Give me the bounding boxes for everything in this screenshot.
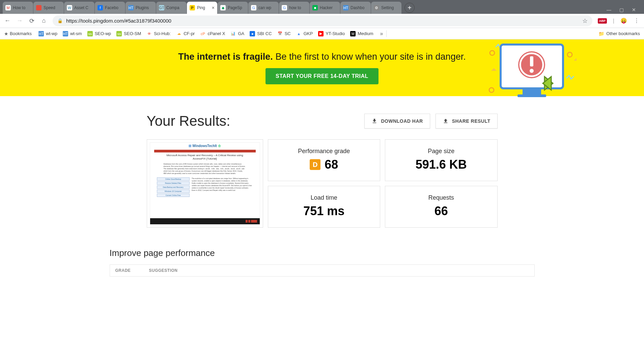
svg-marker-3	[574, 58, 577, 61]
bookmark-label: cPanel X	[207, 31, 225, 36]
bookmark-item[interactable]: cPcPanel X	[197, 30, 228, 38]
browser-tab[interactable]: Ghow to	[279, 2, 309, 14]
bookmark-star-icon[interactable]: ☆	[582, 17, 588, 25]
browser-tabs-bar: MHow toSpeedWAsset CfFaceboHTPluginsGTCo…	[0, 0, 644, 14]
bookmark-favicon: 👁	[146, 31, 152, 36]
bookmark-favicon: HT	[38, 31, 44, 36]
bookmark-item[interactable]: 👁Sci-Hub:	[144, 30, 173, 38]
bookmark-label: Medium	[358, 31, 373, 36]
bookmark-label: SEO-SM	[124, 31, 141, 36]
bookmark-favicon: 📅	[277, 31, 283, 36]
bookmark-label: SC	[285, 31, 291, 36]
page-size-value: 591.6 KB	[393, 157, 489, 172]
results-title: Your Results:	[147, 113, 359, 129]
new-tab-button[interactable]: +	[404, 3, 415, 13]
nav-reload-icon[interactable]: ⟳	[28, 17, 35, 25]
nav-home-icon[interactable]: ⌂	[40, 17, 47, 24]
tab-title: Compa	[166, 5, 184, 10]
bookmark-item[interactable]: ssSEO-wp	[85, 30, 114, 38]
window-close-icon[interactable]: ✕	[632, 7, 636, 12]
bookmark-favicon: M	[350, 31, 356, 36]
browser-menu-icon[interactable]: ⋮	[633, 18, 640, 24]
tab-favicon: HT	[343, 5, 348, 10]
bookmark-item[interactable]: MMedium	[347, 30, 376, 38]
browser-tab[interactable]: ◆PageSp	[218, 2, 248, 14]
metric-label: Performance grade	[276, 148, 372, 155]
url-input[interactable]: 🔒 https://tools.pingdom.com/#5ac31879f34…	[53, 16, 592, 26]
tab-favicon: f	[97, 5, 103, 10]
site-screenshot: ⊞ WindowsTechIt ♔ Microsoft Access Repai…	[150, 142, 260, 225]
browser-tab[interactable]: HTDashbo	[340, 2, 371, 14]
other-bookmarks-folder[interactable]: 📁 Other bookmarks	[598, 31, 640, 36]
bookmark-item[interactable]: ☁CF-pr	[173, 30, 197, 38]
bookmarks-label[interactable]: Bookmarks	[10, 31, 32, 36]
bookmark-favicon: 📊	[230, 31, 236, 36]
bookmark-item[interactable]: 📊GA	[228, 30, 247, 38]
bookmarks-overflow-icon[interactable]: »	[380, 31, 383, 37]
start-trial-button[interactable]: START YOUR FREE 14-DAY TRIAL	[265, 68, 379, 84]
bookmark-item[interactable]: ●SBI CC	[247, 30, 274, 38]
window-maximize-icon[interactable]: ▢	[619, 7, 624, 12]
tab-favicon: G	[251, 5, 256, 10]
nav-back-icon[interactable]: ←	[4, 17, 11, 24]
browser-tab[interactable]: ⚙Setting	[371, 2, 401, 14]
browser-tab[interactable]: ■Hacker	[310, 2, 340, 14]
page-size-card: Page size 591.6 KB	[385, 139, 498, 181]
bookmark-label: Sci-Hub:	[154, 31, 171, 36]
tab-close-icon[interactable]: ×	[212, 5, 215, 10]
banner-illustration	[485, 41, 577, 103]
bookmark-item[interactable]: HTwt-wp	[36, 30, 60, 38]
tab-favicon: GT	[159, 5, 164, 10]
browser-tab[interactable]: Speed	[33, 2, 64, 14]
window-controls: — ▢ ✕	[601, 7, 641, 14]
tab-title: how to	[289, 5, 307, 10]
extension-emoji-icon[interactable]: 😛	[620, 18, 627, 24]
browser-tab[interactable]: MHow to	[3, 2, 33, 14]
bookmark-item[interactable]: 📅SC	[275, 30, 293, 38]
browser-tab[interactable]: WAsset C	[64, 2, 94, 14]
window-minimize-icon[interactable]: —	[607, 7, 611, 12]
download-har-button[interactable]: DOWNLOAD HAR	[364, 114, 430, 128]
tab-favicon: W	[67, 5, 72, 10]
tab-favicon: M	[5, 5, 11, 10]
browser-tab[interactable]: HTPlugins	[125, 2, 156, 14]
tab-title: can wp	[258, 5, 276, 10]
tab-favicon: G	[282, 5, 287, 10]
svg-point-0	[490, 51, 495, 55]
tab-title: Speed	[44, 5, 61, 10]
metric-label: Requests	[393, 194, 489, 201]
bookmark-label: wt-sm	[70, 31, 82, 36]
browser-tab[interactable]: fFacebo	[95, 2, 125, 14]
tab-favicon: ⚙	[374, 5, 379, 10]
site-preview-card: ⊞ WindowsTechIt ♔ Microsoft Access Repai…	[147, 139, 263, 228]
bookmark-item[interactable]: ssSEO-SM	[114, 30, 144, 38]
url-text: https://tools.pingdom.com/#5ac31879f3400…	[66, 18, 579, 24]
bookmark-label: CF-pr	[184, 31, 195, 36]
tab-title: Dashbo	[351, 5, 368, 10]
adblock-icon[interactable]: ABP	[598, 18, 607, 24]
improve-table: GRADE SUGGESTION	[110, 264, 535, 277]
browser-tab[interactable]: Gcan wp	[248, 2, 279, 14]
svg-point-1	[567, 52, 572, 57]
bookmark-favicon: ▶	[318, 31, 324, 36]
bookmark-label: GA	[238, 31, 244, 36]
svg-rect-10	[530, 56, 533, 66]
improve-title: Improve page performance	[110, 248, 535, 258]
share-result-button[interactable]: SHARE RESULT	[436, 114, 498, 128]
page-content: The internet is fragile. Be the first to…	[0, 39, 644, 344]
bookmark-item[interactable]: ▶YT-Studio	[315, 30, 347, 38]
bookmark-item[interactable]: ▲GKP	[293, 30, 315, 38]
folder-icon: 📁	[598, 31, 604, 36]
bookmark-item[interactable]: HTwt-sm	[60, 30, 85, 38]
load-time-card: Load time 751 ms	[268, 186, 381, 228]
address-bar: ← → ⟳ ⌂ 🔒 https://tools.pingdom.com/#5ac…	[0, 14, 644, 28]
svg-point-2	[489, 88, 494, 92]
tab-title: PageSp	[228, 5, 245, 10]
browser-tab[interactable]: PPing×	[187, 2, 217, 14]
nav-forward-icon[interactable]: →	[16, 17, 23, 24]
bookmark-label: wt-wp	[46, 31, 57, 36]
svg-point-11	[530, 69, 534, 73]
browser-tab[interactable]: GTCompa	[156, 2, 187, 14]
tab-favicon: HT	[128, 5, 134, 10]
lock-icon: 🔒	[57, 18, 63, 23]
